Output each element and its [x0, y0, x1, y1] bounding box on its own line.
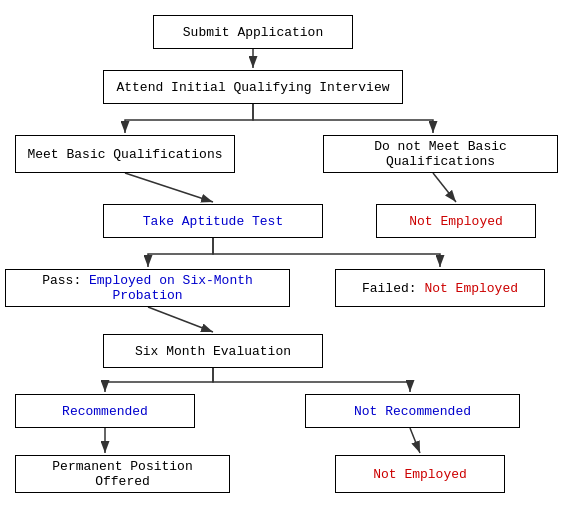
flowchart: Submit Application Attend Initial Qualif… [0, 0, 586, 521]
svg-line-1 [125, 173, 213, 202]
attend-node: Attend Initial Qualifying Interview [103, 70, 403, 104]
svg-line-5 [410, 428, 420, 453]
notrecommended-node: Not Recommended [305, 394, 520, 428]
pass-node: Pass: Employed on Six-Month Probation [5, 269, 290, 307]
sixmonth-node: Six Month Evaluation [103, 334, 323, 368]
aptitude-node: Take Aptitude Test [103, 204, 323, 238]
svg-line-2 [433, 173, 456, 202]
submit-node: Submit Application [153, 15, 353, 49]
svg-line-3 [148, 307, 213, 332]
donot-node: Do not Meet Basic Qualifications [323, 135, 558, 173]
notemployed2-node: Not Employed [335, 455, 505, 493]
recommended-node: Recommended [15, 394, 195, 428]
permanent-node: Permanent Position Offered [15, 455, 230, 493]
meet-node: Meet Basic Qualifications [15, 135, 235, 173]
failed-node: Failed: Not Employed [335, 269, 545, 307]
notemployed1-node: Not Employed [376, 204, 536, 238]
